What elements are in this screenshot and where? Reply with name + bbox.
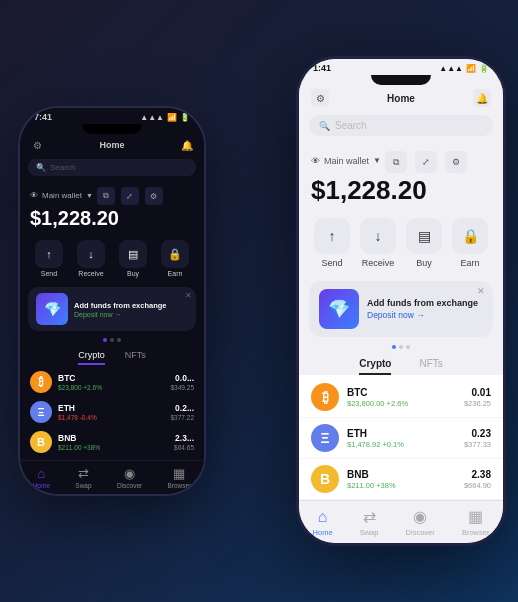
- light-crypto-bnb[interactable]: B BNB $211.00 +38% 2.38 $664.90: [299, 459, 503, 500]
- dark-bnb-logo: B: [30, 431, 52, 453]
- dark-crypto-btc[interactable]: ₿ BTC $23,800 +2.6% 0.0... $349.25: [20, 367, 204, 397]
- dark-btc-sub: $23,800 +2.6%: [58, 384, 165, 391]
- dark-btc-name: BTC: [58, 373, 165, 383]
- light-promo-link[interactable]: Deposit now →: [367, 310, 483, 320]
- dark-crypto-eth[interactable]: Ξ ETH $1,478 -0.4% 0.2... $377.22: [20, 397, 204, 427]
- dark-wallet-amount: $1,228.20: [30, 207, 194, 230]
- light-settings-icon[interactable]: ⚙: [311, 89, 329, 107]
- light-time: 1:41: [313, 63, 331, 73]
- dark-promo-link[interactable]: Deposit now →: [74, 311, 188, 318]
- dark-nav-home[interactable]: ⌂ Home: [33, 466, 50, 489]
- dark-time: 7:41: [34, 112, 52, 122]
- dark-search-placeholder: Search: [50, 163, 75, 172]
- dark-send-icon: ↑: [35, 240, 63, 268]
- dark-wallet-section: 👁 Main wallet ▼ ⧉ ⤢ ⚙ $1,228.20: [20, 179, 204, 234]
- light-search-bar[interactable]: 🔍 Search: [309, 115, 493, 136]
- light-btc-logo: ₿: [311, 383, 339, 411]
- dark-dot-3: [117, 338, 121, 342]
- light-earn-label: Earn: [460, 258, 479, 268]
- dark-earn-btn[interactable]: 🔒 Earn: [161, 240, 189, 277]
- dark-send-btn[interactable]: ↑ Send: [35, 240, 63, 277]
- light-crypto-list: ₿ BTC $23,800.00 +2.6% 0.01 $236.25 Ξ ET…: [299, 375, 503, 500]
- dark-tab-crypto[interactable]: Crypto: [78, 350, 105, 365]
- dark-settings-icon[interactable]: ⚙: [30, 138, 44, 152]
- light-bnb-name: BNB: [347, 469, 456, 480]
- light-receive-label: Receive: [362, 258, 395, 268]
- light-browser-label: Browser: [462, 528, 490, 537]
- dark-discover-icon: ◉: [124, 466, 135, 481]
- light-wallet-settings-btn[interactable]: ⚙: [445, 151, 467, 173]
- dark-nav-discover[interactable]: ◉ Discover: [117, 466, 142, 489]
- dark-wifi-icon: 📶: [167, 113, 177, 122]
- light-tab-crypto[interactable]: Crypto: [359, 358, 391, 375]
- light-bnb-logo: B: [311, 465, 339, 493]
- light-eth-sub: $1,478.92 +0.1%: [347, 440, 456, 449]
- dark-signal-icon: ▲▲▲: [140, 113, 164, 122]
- dark-buy-btn[interactable]: ▤ Buy: [119, 240, 147, 277]
- light-eye-icon: 👁: [311, 156, 320, 166]
- light-tab-nfts[interactable]: NFTs: [419, 358, 442, 375]
- dark-wallet-label: Main wallet: [42, 191, 82, 200]
- light-expand-btn[interactable]: ⤢: [415, 151, 437, 173]
- light-crypto-btc[interactable]: ₿ BTC $23,800.00 +2.6% 0.01 $236.25: [299, 377, 503, 418]
- dark-eth-name: ETH: [58, 403, 165, 413]
- dark-bottom-nav: ⌂ Home ⇄ Swap ◉ Discover ▦ Browser: [20, 460, 204, 494]
- light-receive-btn[interactable]: ↓ Receive: [360, 218, 396, 268]
- dark-bnb-amount: 2.3...: [174, 433, 194, 443]
- dark-eth-right: 0.2... $377.22: [171, 403, 195, 421]
- dark-search-bar[interactable]: 🔍 Search: [28, 159, 196, 176]
- light-eth-value: $377.33: [464, 440, 491, 449]
- light-buy-label: Buy: [416, 258, 432, 268]
- light-nav-browser[interactable]: ▦ Browser: [462, 507, 490, 537]
- light-buy-btn[interactable]: ▤ Buy: [406, 218, 442, 268]
- dark-dropdown-icon[interactable]: ▼: [86, 192, 93, 199]
- light-btc-sub: $23,800.00 +2.6%: [347, 399, 456, 408]
- light-earn-icon: 🔒: [452, 218, 488, 254]
- dark-btc-value: $349.25: [171, 384, 195, 391]
- dark-eye-icon: 👁: [30, 191, 38, 200]
- light-send-label: Send: [321, 258, 342, 268]
- dark-wallet-settings-btn[interactable]: ⚙: [145, 187, 163, 205]
- light-copy-btn[interactable]: ⧉: [385, 151, 407, 173]
- dark-buy-icon: ▤: [119, 240, 147, 268]
- dark-eth-sub: $1,478 -0.4%: [58, 414, 165, 421]
- light-send-btn[interactable]: ↑ Send: [314, 218, 350, 268]
- light-nav-home[interactable]: ⌂ Home: [313, 508, 333, 537]
- light-search-icon: 🔍: [319, 121, 330, 131]
- light-promo-text: Add funds from exchange Deposit now →: [367, 298, 483, 320]
- light-dropdown-icon[interactable]: ▼: [373, 156, 381, 165]
- light-eth-right: 0.23 $377.33: [464, 428, 491, 449]
- light-promo-close-icon[interactable]: ✕: [477, 286, 485, 296]
- dark-expand-btn[interactable]: ⤢: [121, 187, 139, 205]
- dark-search-icon: 🔍: [36, 163, 46, 172]
- light-bell-icon[interactable]: 🔔: [473, 89, 491, 107]
- dark-swap-label: Swap: [75, 482, 91, 489]
- light-promo-img: 💎: [319, 289, 359, 329]
- dark-nav-browser[interactable]: ▦ Browser: [168, 466, 192, 489]
- dark-notch: [82, 124, 142, 134]
- dark-bell-icon[interactable]: 🔔: [180, 138, 194, 152]
- light-btc-value: $236.25: [464, 399, 491, 408]
- dark-crypto-bnb[interactable]: B BNB $211.00 +38% 2.3... $64.65: [20, 427, 204, 457]
- light-btc-right: 0.01 $236.25: [464, 387, 491, 408]
- dark-receive-btn[interactable]: ↓ Receive: [77, 240, 105, 277]
- dark-send-label: Send: [41, 270, 57, 277]
- dark-promo-close-icon[interactable]: ✕: [185, 291, 192, 300]
- light-crypto-eth[interactable]: Ξ ETH $1,478.92 +0.1% 0.23 $377.33: [299, 418, 503, 459]
- dark-eth-logo: Ξ: [30, 401, 52, 423]
- light-wallet-label: Main wallet: [324, 156, 369, 166]
- light-nav-discover[interactable]: ◉ Discover: [406, 507, 435, 537]
- dark-copy-btn[interactable]: ⧉: [97, 187, 115, 205]
- light-home-icon: ⌂: [318, 508, 328, 526]
- light-bnb-amount: 2.38: [464, 469, 491, 480]
- light-bnb-sub: $211.00 +38%: [347, 481, 456, 490]
- light-nav-swap[interactable]: ⇄ Swap: [360, 507, 379, 537]
- light-top-title: Home: [387, 93, 415, 104]
- dark-swap-icon: ⇄: [78, 466, 89, 481]
- dark-nav-swap[interactable]: ⇄ Swap: [75, 466, 91, 489]
- light-btc-amount: 0.01: [464, 387, 491, 398]
- light-status-bar: 1:41 ▲▲▲ 📶 🔋: [299, 59, 503, 75]
- dark-tab-nfts[interactable]: NFTs: [125, 350, 146, 365]
- light-earn-btn[interactable]: 🔒 Earn: [452, 218, 488, 268]
- dark-dot-indicators: [20, 335, 204, 345]
